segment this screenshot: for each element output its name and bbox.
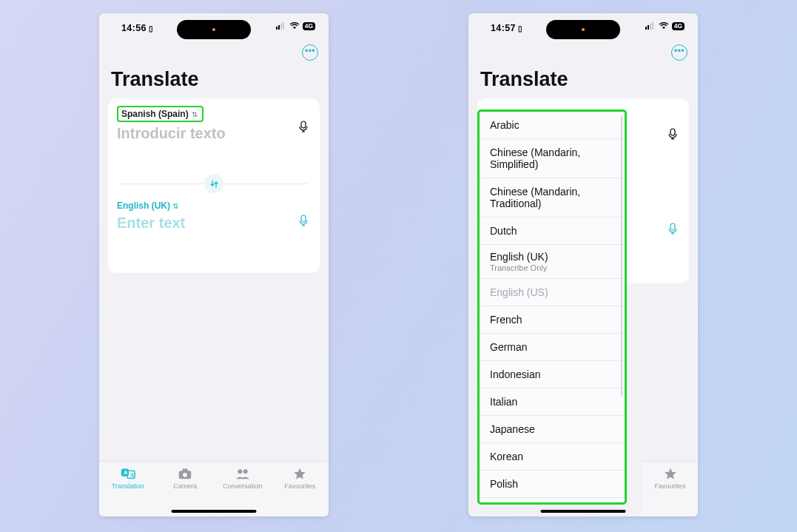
dynamic-island — [546, 20, 620, 39]
language-name: Polish — [490, 478, 614, 490]
svg-rect-17 — [650, 24, 651, 30]
more-options-button[interactable]: ••• — [671, 44, 687, 61]
wifi-icon — [289, 22, 300, 30]
phone-left: 14:56▯ 4G ••• Translate Spanish (Spain) … — [99, 13, 329, 516]
svg-rect-1 — [278, 25, 280, 30]
phone-right: 14:57▯ 4G ••• Translate ArabicChinese (M… — [468, 13, 698, 516]
page-title: Translate — [468, 65, 698, 98]
svg-point-13 — [238, 469, 242, 474]
tab-bar: A文 Translation Camera Conversation Favou… — [99, 461, 329, 516]
svg-rect-5 — [301, 215, 306, 222]
chevron-updown-icon: ⇅ — [172, 202, 178, 210]
language-option[interactable]: Arabic — [480, 112, 625, 139]
tab-camera[interactable]: Camera — [157, 466, 215, 490]
language-name: Italian — [490, 396, 614, 408]
tab-label: Favourites — [654, 482, 685, 490]
wifi-icon — [659, 22, 669, 30]
network-badge: 4G — [303, 22, 315, 30]
language-option[interactable]: French — [480, 306, 625, 334]
tab-label: Favourites — [284, 482, 315, 490]
language-option[interactable]: Italian — [480, 388, 625, 416]
mic-target-button[interactable] — [667, 223, 679, 238]
svg-text:A: A — [124, 470, 127, 475]
svg-rect-0 — [276, 27, 278, 30]
language-name: French — [490, 314, 614, 326]
svg-rect-3 — [283, 22, 284, 30]
target-input[interactable]: Enter text — [117, 215, 311, 232]
svg-point-12 — [183, 473, 187, 477]
language-name: English (US) — [490, 286, 614, 298]
home-indicator[interactable] — [541, 510, 626, 513]
svg-rect-16 — [648, 25, 649, 30]
status-icons: 4G — [645, 22, 685, 30]
language-option[interactable]: German — [480, 334, 625, 361]
language-name: Dutch — [490, 225, 614, 237]
battery-mini-icon: ▯ — [518, 24, 522, 33]
svg-text:文: 文 — [130, 472, 135, 477]
signal-icon — [276, 22, 286, 30]
status-icons: 4G — [276, 22, 315, 30]
source-language-selector[interactable]: Spanish (Spain) ⇅ — [117, 106, 204, 122]
translate-card: Spanish (Spain) ⇅ Introducir texto Engli… — [108, 98, 320, 273]
tab-favourites[interactable]: Favourites — [272, 466, 329, 490]
status-time-text: 14:57 — [491, 23, 516, 33]
signal-icon — [645, 22, 656, 30]
nav-row: ••• — [99, 40, 329, 65]
svg-point-14 — [243, 469, 247, 474]
language-option[interactable]: Japanese — [480, 416, 625, 443]
svg-rect-20 — [670, 223, 675, 230]
status-time: 14:57▯ — [491, 23, 522, 33]
source-input[interactable]: Introducir texto — [117, 125, 311, 142]
tab-translation[interactable]: A文 Translation — [99, 466, 157, 490]
language-option[interactable]: Dutch — [480, 218, 625, 245]
mic-target-button[interactable] — [297, 215, 309, 226]
language-option[interactable]: Polish — [480, 471, 625, 498]
language-option[interactable]: English (UK)Transcribe Only — [480, 245, 625, 279]
home-indicator[interactable] — [172, 510, 257, 513]
tab-conversation[interactable]: Conversation — [214, 466, 272, 490]
target-language-selector[interactable]: English (UK) ⇅ — [117, 201, 178, 211]
language-name: Japanese — [490, 423, 614, 435]
network-badge: 4G — [672, 22, 685, 30]
language-name: Chinese (Mandarin, Simplified) — [490, 147, 614, 170]
language-option[interactable]: English (US) — [480, 279, 625, 306]
language-option[interactable]: Indonesian — [480, 361, 625, 388]
language-name: Arabic — [490, 119, 614, 131]
language-name: German — [490, 341, 614, 353]
tab-favourites[interactable]: Favourites — [642, 461, 698, 516]
language-option[interactable]: Chinese (Mandarin, Traditional) — [480, 178, 625, 218]
swap-row — [117, 173, 311, 194]
swap-languages-button[interactable] — [204, 174, 223, 193]
target-language-label: English (UK) — [117, 201, 170, 211]
status-bar: 14:57▯ 4G — [468, 13, 698, 40]
scrollbar[interactable] — [621, 115, 622, 397]
source-language-label: Spanish (Spain) — [121, 109, 189, 119]
svg-rect-15 — [645, 27, 647, 30]
language-option[interactable]: Korean — [480, 443, 625, 471]
language-list-popup: ArabicChinese (Mandarin, Simplified)Chin… — [477, 110, 627, 505]
svg-rect-4 — [301, 121, 306, 128]
nav-row: ••• — [468, 40, 698, 65]
status-bar: 14:56▯ 4G — [99, 13, 329, 40]
language-option[interactable]: Chinese (Mandarin, Simplified) — [480, 139, 625, 178]
svg-rect-11 — [183, 469, 188, 472]
language-name: Chinese (Mandarin, Traditional) — [490, 186, 614, 209]
mic-source-button[interactable] — [667, 128, 679, 143]
language-name: English (UK) — [490, 251, 614, 263]
svg-rect-2 — [280, 24, 282, 30]
status-time-text: 14:56 — [121, 23, 147, 33]
tab-label: Translation — [112, 482, 144, 490]
page-title: Translate — [99, 65, 329, 98]
language-name: Korean — [490, 451, 614, 462]
svg-rect-19 — [670, 129, 675, 135]
battery-mini-icon: ▯ — [149, 24, 153, 33]
mic-source-button[interactable] — [297, 121, 309, 132]
svg-rect-18 — [652, 22, 653, 30]
more-options-button[interactable]: ••• — [302, 44, 318, 61]
tab-label: Conversation — [223, 482, 262, 490]
language-list[interactable]: ArabicChinese (Mandarin, Simplified)Chin… — [480, 112, 625, 502]
language-subtext: Transcribe Only — [490, 263, 614, 272]
dynamic-island — [177, 20, 251, 39]
tab-label: Camera — [173, 482, 197, 490]
language-name: Indonesian — [490, 368, 614, 380]
